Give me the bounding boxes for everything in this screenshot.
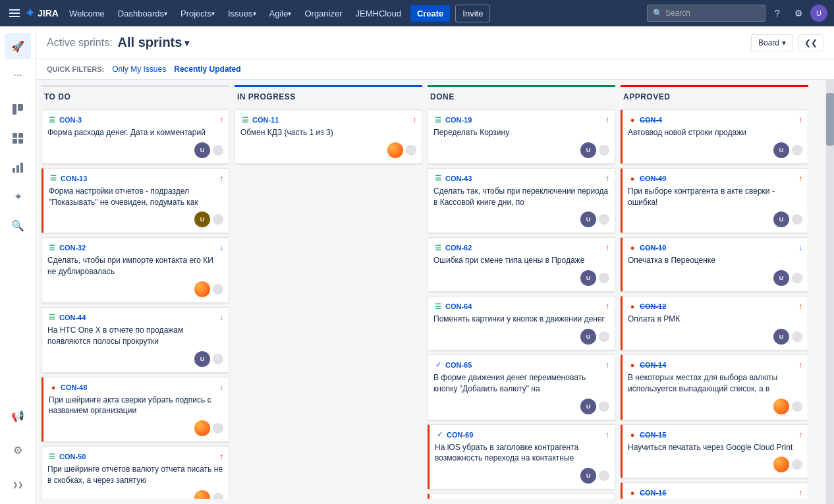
- sidebar-icon-grid[interactable]: [5, 125, 31, 152]
- card-con-10[interactable]: ● CON-10 ↓ Опечатка в Переоценке U: [621, 237, 808, 292]
- sidebar-icon-rocket[interactable]: 🚀: [5, 33, 31, 59]
- invite-button[interactable]: Invite: [455, 5, 490, 22]
- card-id[interactable]: CON-69: [447, 431, 473, 439]
- card-con-69[interactable]: ✓ CON-69 ↑ На iOS убрать в заголовке кон…: [428, 424, 615, 490]
- card-id[interactable]: CON-3: [59, 116, 82, 124]
- card-id[interactable]: CON-16: [640, 489, 666, 497]
- card-id-area: ● CON-49: [628, 174, 666, 183]
- card-con-4[interactable]: ● CON-4 ↑ Автоввод новой строки продажи …: [621, 109, 808, 164]
- card-con-62[interactable]: ☰ CON-62 ↑ Ошибка при смене типа цены в …: [428, 237, 615, 292]
- filter-recently-updated[interactable]: Recently Updated: [174, 65, 240, 74]
- card-con-14[interactable]: ● CON-14 ↑ В некоторых местах для выбора…: [621, 354, 808, 420]
- card-avatar: U: [194, 351, 210, 367]
- sidebar-icon-megaphone[interactable]: 📢: [5, 403, 31, 429]
- card-avatar: [773, 399, 789, 414]
- card-con-13[interactable]: ☰ CON-13 ↑ Форма настройки отчетов - под…: [42, 168, 229, 234]
- sidebar-icon-settings[interactable]: ⚙: [5, 437, 31, 463]
- card-bottom: U: [49, 211, 223, 227]
- settings-icon[interactable]: ⚙: [789, 4, 808, 22]
- card-con-73[interactable]: ● CON-73 ↑ После продажи розничному... U: [428, 493, 615, 499]
- title-dropdown-arrow[interactable]: ▾: [184, 38, 189, 48]
- card-id[interactable]: CON-10: [640, 244, 666, 252]
- card-id[interactable]: CON-32: [59, 244, 86, 252]
- collapse-button[interactable]: ❮❮: [798, 34, 823, 51]
- card-id[interactable]: CON-48: [61, 383, 87, 391]
- card-status-circle: [792, 401, 802, 412]
- svg-rect-2: [13, 133, 17, 138]
- create-button[interactable]: Create: [410, 5, 450, 22]
- card-con-16[interactable]: ● CON-16 ↑ Выбор счета в движении... U: [621, 482, 808, 499]
- nav-jemhcloud[interactable]: JEMHCloud: [350, 0, 406, 26]
- card-con-50[interactable]: ☰ CON-50 ↑ При шейринге отчетов валюту о…: [42, 446, 229, 499]
- card-title: В форме движения денег переименовать кно…: [433, 372, 609, 395]
- nav-agile[interactable]: Agile: [264, 0, 297, 26]
- card-con-65[interactable]: ✓ CON-65 ↑ В форме движения денег переим…: [428, 354, 615, 420]
- sidebar-icon-plugin[interactable]: ✦: [5, 183, 31, 210]
- nav-projects[interactable]: Projects: [175, 0, 220, 26]
- sidebar-icon-expand[interactable]: ❯❯: [5, 471, 31, 497]
- column-header-inprogress: In Progress: [235, 85, 422, 107]
- card-con-15[interactable]: ● CON-15 ↑ Научиться печатать через Goog…: [621, 424, 808, 479]
- nav-issues[interactable]: Issues: [223, 0, 262, 26]
- nav-welcome[interactable]: Welcome: [64, 0, 110, 26]
- card-status-circle: [599, 401, 609, 412]
- hamburger-menu[interactable]: [7, 7, 22, 20]
- card-con-49[interactable]: ● CON-49 ↑ При выборе контрагента в акте…: [621, 168, 808, 234]
- card-bottom: U: [628, 142, 802, 158]
- card-id[interactable]: CON-12: [640, 302, 666, 310]
- sidebar-icon-chart[interactable]: [5, 154, 31, 181]
- sidebar-icon-dots[interactable]: ···: [5, 62, 31, 88]
- card-id[interactable]: CON-43: [445, 175, 472, 182]
- card-con-48[interactable]: ● CON-48 ↓ При шейринге акта сверки убра…: [42, 377, 229, 443]
- help-icon[interactable]: ?: [768, 4, 787, 22]
- card-title: На iOS убрать в заголовке контрагента во…: [435, 442, 609, 464]
- card-id-area: ● CON-16: [628, 488, 666, 497]
- nav-organizer[interactable]: Organizer: [299, 0, 347, 26]
- card-id[interactable]: CON-65: [445, 361, 472, 369]
- filter-only-my-issues[interactable]: Only My Issues: [112, 65, 166, 74]
- card-id[interactable]: CON-49: [640, 175, 666, 182]
- board-scroll-container[interactable]: To Do ☰ CON-3 ↑ Форма расхода денег. Дат…: [36, 80, 826, 504]
- sidebar-icon-search[interactable]: 🔍: [5, 212, 31, 238]
- board-button[interactable]: Board ▾: [751, 34, 793, 51]
- card-id[interactable]: CON-19: [445, 116, 472, 124]
- card-top: ☰ CON-62 ↑: [433, 243, 609, 252]
- user-avatar[interactable]: U: [810, 5, 827, 22]
- svg-rect-6: [13, 168, 15, 173]
- card-status-circle: [213, 493, 223, 499]
- card-id-area: ● CON-48: [49, 383, 87, 392]
- top-navigation: ✦ JIRA Welcome Dashboards Projects Issue…: [0, 0, 834, 26]
- card-con-43[interactable]: ☰ CON-43 ↑ Сделать так, чтобы при перекл…: [428, 168, 615, 234]
- card-con-11[interactable]: ☰ CON-11 ↑ Обмен КДЗ (часть 1 из 3): [235, 109, 422, 164]
- sidebar-icon-board[interactable]: [5, 96, 31, 123]
- card-con-32[interactable]: ☰ CON-32 ↓ Сделать, чтобы при импорте ко…: [42, 237, 229, 303]
- header-actions: Board ▾ ❮❮: [751, 34, 823, 51]
- card-con-3[interactable]: ☰ CON-3 ↑ Форма расхода денег. Дата и ко…: [42, 109, 229, 164]
- card-id[interactable]: CON-15: [640, 431, 666, 439]
- card-id[interactable]: CON-14: [640, 361, 666, 369]
- card-id[interactable]: CON-50: [59, 453, 86, 461]
- card-bottom: U: [433, 270, 609, 286]
- card-id[interactable]: CON-62: [445, 244, 472, 252]
- nav-dashboards[interactable]: Dashboards: [113, 0, 173, 26]
- card-id-area: ☰ CON-32: [47, 243, 86, 252]
- card-con-12[interactable]: ● CON-12 ↑ Оплата в РМК U: [621, 296, 808, 350]
- card-priority: ↓: [798, 243, 802, 252]
- card-id[interactable]: CON-64: [445, 302, 472, 310]
- main-title[interactable]: All sprints ▾: [118, 35, 190, 50]
- card-con-19[interactable]: ☰ CON-19 ↑ Переделать Корзину U: [428, 109, 615, 164]
- card-con-64[interactable]: ☰ CON-64 ↑ Поменять картинки у кнопок в …: [428, 296, 615, 350]
- card-status-circle: [213, 284, 223, 294]
- scrollbar-thumb[interactable]: [826, 93, 834, 146]
- card-id[interactable]: CON-13: [61, 175, 87, 182]
- search-input[interactable]: 🔍 Search: [647, 5, 765, 22]
- card-con-44[interactable]: ☰ CON-44 ↓ На HTC One X в отчете по прод…: [42, 307, 229, 373]
- card-id[interactable]: CON-4: [640, 116, 662, 124]
- card-bottom: U: [435, 468, 609, 484]
- card-priority: ↓: [219, 243, 223, 252]
- card-id[interactable]: CON-44: [59, 314, 86, 322]
- card-id[interactable]: CON-11: [252, 116, 279, 124]
- card-status-circle: [599, 214, 609, 225]
- right-scrollbar[interactable]: [826, 80, 834, 504]
- card-id-area: ☰ CON-64: [433, 302, 472, 311]
